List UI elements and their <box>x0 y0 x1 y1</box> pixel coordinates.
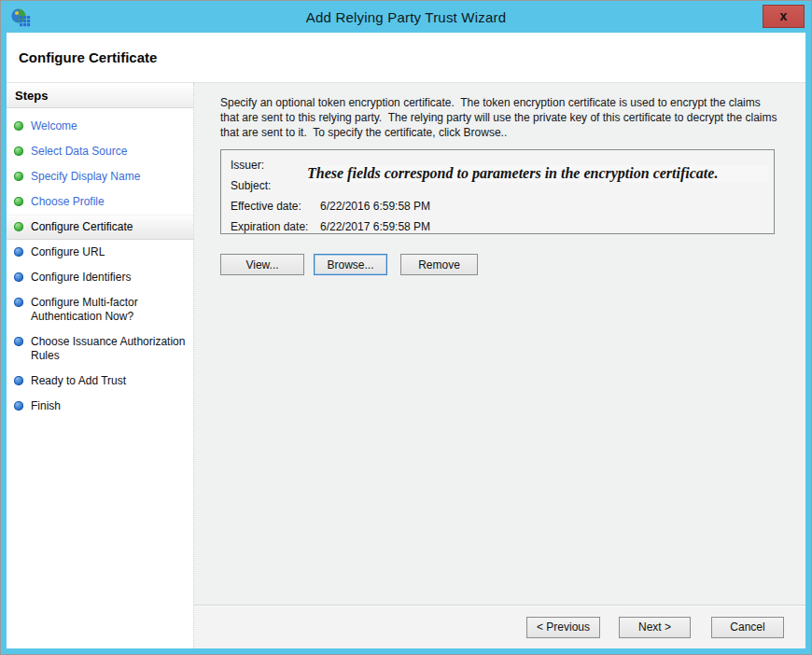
remove-button[interactable]: Remove <box>400 254 478 275</box>
green-status-dot-icon <box>14 222 23 231</box>
main-panel: Specify an optional token encryption cer… <box>194 83 805 648</box>
browse-button[interactable]: Browse... <box>314 254 387 275</box>
blue-status-dot-icon <box>14 376 23 385</box>
certificate-field-label: Expiration date: <box>231 216 320 237</box>
certificate-field-value: 6/22/2017 6:59:58 PM <box>320 216 764 237</box>
page-header: Configure Certificate <box>7 33 805 83</box>
certificate-field-label: Effective date: <box>231 196 320 216</box>
step-item-ready-to-add-trust: Ready to Add Trust <box>7 369 193 394</box>
blue-status-dot-icon <box>14 401 23 411</box>
blue-status-dot-icon <box>14 298 23 307</box>
view-button[interactable]: View... <box>220 254 304 275</box>
step-item-choose-issuance-authorization-rules: Choose Issuance Authorization Rules <box>7 329 193 369</box>
window-title: Add Relying Party Trust Wizard <box>306 9 506 25</box>
step-label: Choose Profile <box>31 195 105 209</box>
step-item-welcome[interactable]: Welcome <box>7 114 193 139</box>
wizard-footer: < Previous Next > Cancel <box>194 605 805 648</box>
steps-list: WelcomeSelect Data SourceSpecify Display… <box>7 108 193 419</box>
green-status-dot-icon <box>14 146 23 156</box>
blue-status-dot-icon <box>14 272 23 282</box>
green-status-dot-icon <box>14 121 23 131</box>
step-label: Configure URL <box>31 245 105 259</box>
annotation-text: These fields correspond to parameters in… <box>307 165 769 182</box>
step-item-configure-identifiers: Configure Identifiers <box>7 265 193 290</box>
cancel-button[interactable]: Cancel <box>711 617 784 638</box>
previous-button[interactable]: < Previous <box>526 617 600 638</box>
certificate-field-row: Expiration date:6/22/2017 6:59:58 PM <box>231 216 764 237</box>
certificate-field-value: 6/22/2016 6:59:58 PM <box>320 196 764 216</box>
certificate-details-box: Issuer:Subject:Effective date:6/22/2016 … <box>220 149 775 234</box>
step-item-configure-multi-factor-authentication-now: Configure Multi-factor Authentication No… <box>7 290 193 329</box>
step-item-configure-url: Configure URL <box>7 240 193 265</box>
certificate-field-row: Effective date:6/22/2016 6:59:58 PM <box>231 196 764 216</box>
dialog-body: Configure Certificate Steps WelcomeSelec… <box>7 33 805 648</box>
steps-heading: Steps <box>7 83 193 108</box>
title-bar: Add Relying Party Trust Wizard x <box>2 2 810 33</box>
blue-status-dot-icon <box>14 337 23 346</box>
page-title: Configure Certificate <box>19 49 157 65</box>
blue-status-dot-icon <box>14 247 23 257</box>
steps-sidebar: Steps WelcomeSelect Data SourceSpecify D… <box>7 83 194 648</box>
step-item-finish: Finish <box>7 394 193 419</box>
step-label: Configure Multi-factor Authentication No… <box>31 296 188 324</box>
next-button[interactable]: Next > <box>619 617 691 638</box>
wizard-window: Add Relying Party Trust Wizard x Configu… <box>0 0 812 655</box>
step-label: Choose Issuance Authorization Rules <box>31 335 188 363</box>
step-label: Finish <box>31 399 61 413</box>
page-description: Specify an optional token encryption cer… <box>220 95 780 140</box>
step-item-choose-profile[interactable]: Choose Profile <box>7 189 193 215</box>
step-item-specify-display-name[interactable]: Specify Display Name <box>7 164 193 189</box>
step-label: Select Data Source <box>31 145 127 159</box>
step-label: Welcome <box>31 119 77 133</box>
green-status-dot-icon <box>14 172 23 181</box>
close-button[interactable]: x <box>763 5 805 28</box>
step-label: Specify Display Name <box>31 170 140 184</box>
adfs-wizard-icon <box>10 7 31 28</box>
green-status-dot-icon <box>14 197 23 206</box>
step-label: Configure Identifiers <box>31 271 131 285</box>
step-label: Configure Certificate <box>31 220 133 234</box>
content-area: Specify an optional token encryption cer… <box>194 83 805 605</box>
certificate-buttons: View... Browse... Remove <box>220 254 787 275</box>
step-label: Ready to Add Trust <box>31 374 126 388</box>
step-item-select-data-source[interactable]: Select Data Source <box>7 139 193 164</box>
step-item-configure-certificate: Configure Certificate <box>7 215 193 240</box>
